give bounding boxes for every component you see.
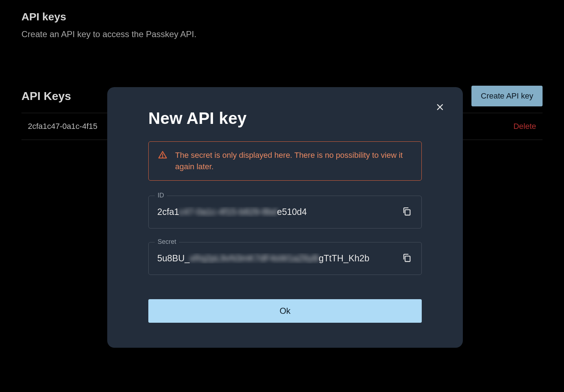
id-field-label: ID: [155, 192, 167, 199]
api-key-secret-value: 5u8BU_xRq2pL9vN3mK7dF4sW1aZ6yBgTtTH_Kh2b: [157, 253, 399, 263]
modal-overlay: New API key The secret is only displayed…: [0, 0, 564, 392]
new-api-key-modal: New API key The secret is only displayed…: [107, 87, 463, 348]
close-button[interactable]: [433, 101, 447, 115]
close-icon: [436, 103, 444, 113]
copy-id-button[interactable]: [399, 205, 414, 220]
api-key-id-field: ID 2cfa1c47-0a1c-4f15-b829-8bde510d4: [148, 196, 422, 228]
id-prefix: 2cfa1: [157, 207, 179, 217]
warning-triangle-icon: [158, 150, 167, 161]
secret-field-label: Secret: [155, 238, 179, 246]
copy-icon: [402, 206, 412, 217]
warning-text: The secret is only displayed here. There…: [175, 150, 412, 172]
secret-prefix: 5u8BU_: [157, 253, 189, 263]
ok-button[interactable]: Ok: [148, 299, 422, 323]
secret-suffix: gTtTH_Kh2b: [319, 253, 370, 263]
copy-icon: [402, 253, 412, 264]
api-key-id-value: 2cfa1c47-0a1c-4f15-b829-8bde510d4: [157, 207, 399, 217]
svg-point-3: [162, 157, 163, 157]
secret-redacted-segment: xRq2pL9vN3mK7dF4sW1aZ6yB: [189, 253, 318, 263]
svg-rect-4: [405, 210, 410, 215]
modal-title: New API key: [148, 109, 422, 128]
svg-rect-5: [405, 256, 410, 262]
copy-secret-button[interactable]: [399, 251, 414, 266]
secret-warning-banner: The secret is only displayed here. There…: [148, 141, 422, 181]
id-suffix: e510d4: [277, 207, 307, 217]
id-redacted-segment: c47-0a1c-4f15-b829-8bd: [179, 207, 277, 217]
api-key-secret-field: Secret 5u8BU_xRq2pL9vN3mK7dF4sW1aZ6yBgTt…: [148, 242, 422, 275]
